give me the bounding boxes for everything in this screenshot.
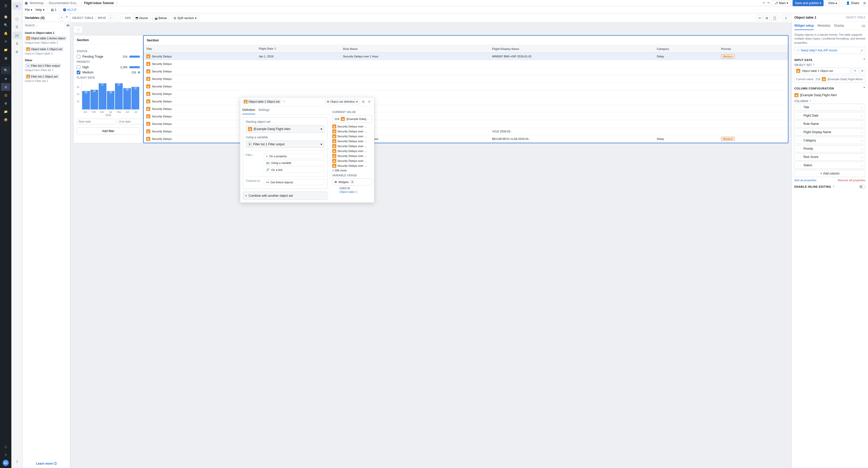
- apps-icon[interactable]: ▦: [1, 54, 10, 62]
- table-row[interactable]: ▲Security Delays: [144, 90, 788, 98]
- folder2-icon[interactable]: 📁: [1, 108, 10, 116]
- split-section-button[interactable]: ⊟ Split section ▾: [171, 15, 199, 21]
- package-icon[interactable]: 📦: [1, 116, 10, 124]
- tab-metadata[interactable]: Metadata: [817, 22, 830, 30]
- combine-button[interactable]: + Combine with another object set: [243, 192, 327, 200]
- pages-icon[interactable]: ▣: [12, 2, 22, 10]
- object-set-input[interactable]: ▲ Object table 1 Object set: [795, 67, 851, 74]
- get-linked-objects[interactable]: ⊶ Get linked objects: [264, 179, 324, 185]
- variable-chip[interactable]: ▲Object table 1 Active object: [25, 36, 67, 40]
- expand-icon[interactable]: ⊞: [863, 1, 866, 5]
- history-icon[interactable]: ↺: [1, 38, 10, 46]
- bell-icon[interactable]: 🔔: [1, 29, 10, 37]
- help-menu[interactable]: Help ▾: [35, 8, 44, 12]
- table-column-header[interactable]: Priority: [718, 45, 788, 53]
- table-row[interactable]: ▲Security DelaysJan 1, 2018Security Dela…: [144, 53, 788, 60]
- crumb-2[interactable]: Flight Inbox Tutorial: [84, 1, 114, 5]
- save-publish-button[interactable]: Save and publish ▾: [793, 0, 824, 6]
- cut-button[interactable]: ✂: [757, 15, 763, 21]
- tab-definition[interactable]: Definition: [242, 106, 255, 114]
- tab-display[interactable]: Display: [834, 22, 844, 30]
- doc-count[interactable]: ▤ 1: [51, 8, 57, 12]
- variable-select[interactable]: ▼ Filter list 1 Filter output ▾: [246, 141, 324, 148]
- paste-button[interactable]: 📋: [771, 15, 778, 21]
- tab-settings[interactable]: Settings: [258, 106, 270, 114]
- redo-icon[interactable]: ↷: [767, 1, 770, 5]
- folder-icon[interactable]: 📁: [1, 46, 10, 54]
- input-data-section[interactable]: INPUT DATA ⌃: [795, 58, 865, 62]
- table-column-header[interactable]: Category: [654, 45, 719, 53]
- edit-chip-icon[interactable]: ✎: [283, 100, 285, 104]
- monitor-icon[interactable]: 🖥: [1, 99, 10, 107]
- help-circle-icon[interactable]: ?: [12, 458, 22, 466]
- star-icon[interactable]: ☆: [116, 1, 119, 5]
- table-column-header[interactable]: Title: [144, 45, 256, 53]
- definition-select[interactable]: ⧉ Object set definition ▾: [325, 99, 360, 104]
- column-config-item[interactable]: ⋮⋮Risk Score⌄: [795, 153, 865, 160]
- add-filter-button[interactable]: Add filter: [77, 127, 140, 135]
- delete-popover-icon[interactable]: 🗑: [367, 99, 372, 104]
- variables-search-input[interactable]: [25, 24, 64, 27]
- cube-search-icon[interactable]: 🔍: [1, 66, 10, 74]
- filter-checkbox-row[interactable]: Medium216: [77, 70, 140, 74]
- add-variable-button[interactable]: +: [59, 15, 64, 20]
- menu-icon[interactable]: ☰: [1, 2, 10, 10]
- table-row[interactable]: ▲Security Delays: [144, 75, 788, 83]
- aip-icon[interactable]: ⬡: [1, 443, 10, 451]
- object-table-link[interactable]: Object table 1: [339, 190, 372, 194]
- version-badge[interactable]: ✓ v0.2.0*: [63, 8, 77, 12]
- layers-orange-icon[interactable]: ▤: [1, 91, 10, 99]
- column-config-item[interactable]: ⋮⋮Priority⌄: [795, 145, 865, 152]
- search-icon[interactable]: 🔍: [1, 21, 10, 29]
- add-above-button[interactable]: ⬒ Above: [133, 15, 150, 21]
- move-up-button[interactable]: ↑: [108, 15, 113, 21]
- tab-widget-setup[interactable]: Widget setup: [795, 22, 814, 30]
- move-down-button[interactable]: ↓: [115, 15, 120, 21]
- variable-chip[interactable]: ▲Filter list 1 Object set: [25, 74, 59, 79]
- cube-blue-icon[interactable]: ◆: [1, 75, 10, 83]
- variables-icon[interactable]: (x): [12, 32, 22, 39]
- table-row[interactable]: ▲Security Delays: [144, 68, 788, 75]
- user-avatar[interactable]: EJ: [3, 460, 9, 466]
- more-values[interactable]: + 206 more: [332, 169, 372, 172]
- add-all-properties-link[interactable]: Add all properties: [795, 179, 816, 182]
- table-column-header[interactable]: Flight Date ⇅: [256, 45, 340, 53]
- share-button[interactable]: 👤 Share: [844, 0, 861, 6]
- column-config-item[interactable]: ⋮⋮Rule Name⌄: [795, 120, 865, 127]
- variable-chip[interactable]: ▲Object table 1 Object set: [25, 47, 64, 52]
- undo-icon[interactable]: ↶: [763, 1, 765, 5]
- widgets-row[interactable]: ⊞ Widgets 1: [332, 178, 372, 185]
- column-config-item[interactable]: ⋮⋮Flight Display Name⌄: [795, 128, 865, 136]
- table-column-header[interactable]: Flight Display Name: [490, 45, 654, 53]
- delete-button[interactable]: 🗑: [783, 15, 789, 21]
- swap-icon[interactable]: ⇅: [12, 40, 22, 48]
- view-button[interactable]: View ▸: [826, 0, 840, 6]
- column-config-item[interactable]: ⋮⋮Flight Date⌄: [795, 112, 865, 119]
- layers-icon[interactable]: ☰: [12, 23, 22, 31]
- aip-assist-link[interactable]: ⬡ Need help? Ask AIP Assist ⤢: [795, 47, 865, 54]
- copy-button[interactable]: ⧉: [764, 15, 770, 21]
- column-config-item[interactable]: ⋮⋮Title⌄: [795, 104, 865, 111]
- filter-checkbox-row[interactable]: Pending Triage216: [77, 55, 140, 58]
- table-row[interactable]: ▲Security Delays: [144, 83, 788, 90]
- column-config-section[interactable]: COLUMN CONFIGURATION ⌃: [795, 87, 865, 90]
- crumb-0[interactable]: Workshop: [30, 1, 44, 5]
- clear-object-set-button[interactable]: ✕: [859, 68, 865, 74]
- variable-chip[interactable]: ▼Filter list 1 Filter output: [25, 63, 61, 68]
- workshop-icon[interactable]: ▣: [1, 83, 10, 91]
- book-icon[interactable]: 📖: [862, 22, 865, 30]
- edit-object-set-button[interactable]: ✎: [852, 68, 858, 74]
- home-icon[interactable]: 🏠: [1, 13, 10, 21]
- filter-using-variable[interactable]: (x) Using a variable: [264, 160, 324, 166]
- filter-on-link[interactable]: 🔗 On a link: [264, 167, 324, 173]
- table-column-header[interactable]: Rule Name: [340, 45, 490, 53]
- add-column-button[interactable]: + Add column: [795, 170, 865, 177]
- start-date-input[interactable]: [77, 119, 116, 124]
- card-icon[interactable]: ▢: [12, 15, 22, 23]
- inline-editing-toggle[interactable]: [859, 185, 865, 188]
- add-below-button[interactable]: ⬓ Below: [152, 15, 169, 21]
- widget-placeholder-icon[interactable]: ▢: [73, 26, 83, 33]
- table-row[interactable]: ▲Security Delays: [144, 60, 788, 68]
- column-config-item[interactable]: ⋮⋮Status⌄: [795, 162, 865, 169]
- learn-more-link[interactable]: Learn more ⓘ: [36, 462, 57, 465]
